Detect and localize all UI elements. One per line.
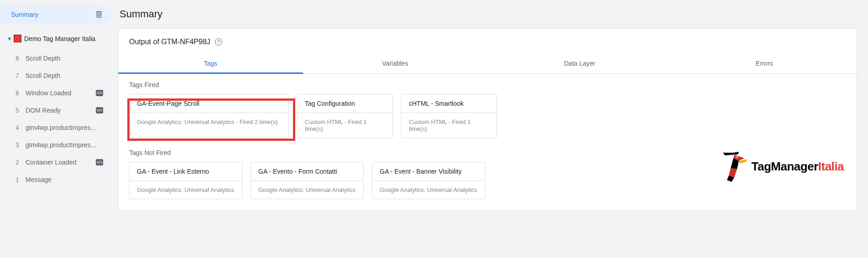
code-badge-icon: </>: [96, 159, 103, 165]
chevron-down-icon: ▼: [5, 36, 14, 41]
event-label: gtm4wp.productImpres...: [26, 141, 103, 149]
event-number: 7: [14, 72, 21, 79]
sidebar-event-list: 8Scroll Depth7Scroll Depth6Window Loaded…: [0, 50, 111, 188]
tab-data-layer[interactable]: Data Layer: [487, 53, 672, 73]
sidebar-event-item[interactable]: 2Container Loaded</>: [0, 154, 111, 171]
event-label: Message: [26, 176, 103, 183]
event-label: Scroll Depth: [26, 72, 103, 79]
event-number: 8: [14, 55, 21, 62]
tag-card[interactable]: GA - Evento - Form ContattiGoogle Analyt…: [251, 162, 364, 199]
tag-card-subtitle: Google Analytics: Universal Analytics: [372, 181, 485, 199]
tag-card[interactable]: GA - Event - Banner VisibilityGoogle Ana…: [372, 162, 485, 199]
tag-card-subtitle: Google Analytics: Universal Analytics - …: [130, 113, 288, 131]
sidebar-event-item[interactable]: 8Scroll Depth: [0, 50, 111, 67]
sidebar-container-root[interactable]: ▼ Demo Tag Manager Italia: [0, 32, 111, 45]
output-card: Output of GTM-NF4P98J ? TagsVariablesDat…: [118, 28, 857, 211]
tags-fired-label: Tags Fired: [129, 81, 846, 88]
page-title: Summary: [118, 8, 857, 20]
tab-errors[interactable]: Errors: [672, 53, 857, 73]
tag-card-title: Tag Configuration: [298, 94, 392, 113]
event-number: 1: [14, 176, 21, 183]
event-number: 3: [14, 141, 21, 149]
event-number: 4: [14, 124, 21, 131]
tag-card-title: GA - Event - Link Esterno: [130, 162, 242, 181]
sidebar-container-label: Demo Tag Manager Italia: [24, 35, 95, 42]
code-badge-icon: </>: [96, 90, 103, 96]
tags-fired-row: GA-Event-Page ScrollGoogle Analytics: Un…: [129, 94, 846, 138]
code-badge-icon: </>: [96, 107, 103, 114]
tag-card[interactable]: cHTML - SmartlookCustom HTML - Fired 1 t…: [401, 94, 497, 138]
tag-card-subtitle: Google Analytics: Universal Analytics: [251, 181, 363, 199]
sidebar-summary[interactable]: Summary: [0, 5, 111, 24]
tag-card-subtitle: Google Analytics: Universal Analytics: [130, 181, 242, 199]
event-label: DOM Ready: [26, 107, 91, 114]
tab-tags[interactable]: Tags: [118, 53, 303, 73]
event-number: 6: [14, 89, 21, 97]
tag-card[interactable]: GA-Event-Page ScrollGoogle Analytics: Un…: [129, 94, 289, 138]
event-label: Window Loaded: [26, 89, 91, 97]
sidebar-summary-label: Summary: [11, 11, 38, 18]
tag-card[interactable]: Tag ConfigurationCustom HTML - Fired 1 t…: [297, 94, 393, 138]
help-icon[interactable]: ?: [215, 38, 222, 46]
brand-logo: TagManagerItalia: [721, 150, 844, 183]
sidebar: Summary ▼ Demo Tag Manager Italia 8Scrol…: [0, 0, 111, 258]
tag-card-subtitle: Custom HTML - Fired 1 time(s): [402, 113, 497, 138]
tag-card-title: GA-Event-Page Scroll: [130, 94, 288, 113]
sidebar-event-item[interactable]: 4gtm4wp.productImpres...: [0, 119, 111, 136]
tab-variables[interactable]: Variables: [303, 53, 488, 73]
event-label: gtm4wp.productImpres...: [26, 124, 103, 131]
sidebar-event-item[interactable]: 7Scroll Depth: [0, 67, 111, 84]
output-label: Output of GTM-NF4P98J: [129, 38, 210, 46]
sidebar-event-item[interactable]: 5DOM Ready</>: [0, 102, 111, 119]
output-header: Output of GTM-NF4P98J ?: [118, 29, 857, 53]
event-number: 2: [14, 159, 21, 166]
tag-card-title: GA - Evento - Form Contatti: [251, 162, 363, 181]
sidebar-event-item[interactable]: 6Window Loaded</>: [0, 84, 111, 102]
svg-point-1: [736, 156, 737, 157]
event-label: Scroll Depth: [26, 55, 103, 62]
clear-summary-icon[interactable]: [95, 10, 103, 20]
woodpecker-icon: [721, 150, 748, 183]
tag-card-subtitle: Custom HTML - Fired 1 time(s): [298, 113, 392, 138]
event-number: 5: [14, 107, 21, 114]
tabs: TagsVariablesData LayerErrors: [118, 53, 857, 74]
main: Summary Output of GTM-NF4P98J ? TagsVari…: [111, 0, 868, 258]
sidebar-event-item[interactable]: 3gtm4wp.productImpres...: [0, 136, 111, 154]
tag-card[interactable]: GA - Event - Link EsternoGoogle Analytic…: [129, 162, 242, 199]
brand-logo-text: TagManagerItalia: [752, 160, 844, 174]
container-color-swatch: [14, 35, 21, 42]
tag-card-title: cHTML - Smartlook: [402, 94, 497, 113]
tags-fired-section: Tags Fired GA-Event-Page ScrollGoogle An…: [118, 74, 857, 142]
event-label: Container Loaded: [26, 159, 91, 166]
tag-card-title: GA - Event - Banner Visibility: [372, 162, 485, 181]
sidebar-event-item[interactable]: 1Message: [0, 171, 111, 188]
